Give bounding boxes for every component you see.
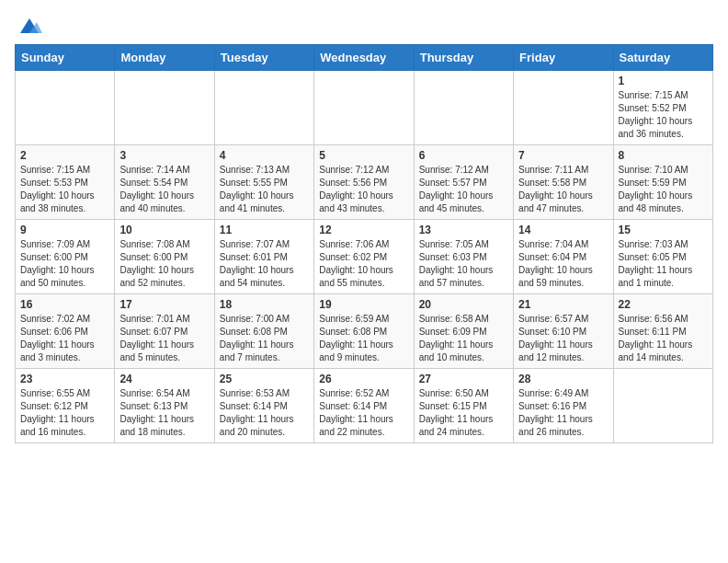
calendar-day-cell: 2Sunrise: 7:15 AM Sunset: 5:53 PM Daylig… xyxy=(16,145,115,220)
calendar-day-cell: 5Sunrise: 7:12 AM Sunset: 5:56 PM Daylig… xyxy=(314,145,414,220)
day-info: Sunrise: 6:57 AM Sunset: 6:10 PM Dayligh… xyxy=(518,313,608,364)
day-info: Sunrise: 6:50 AM Sunset: 6:15 PM Dayligh… xyxy=(419,387,508,439)
page-header xyxy=(15,15,713,33)
calendar-week-row: 23Sunrise: 6:55 AM Sunset: 6:12 PM Dayli… xyxy=(16,369,713,443)
calendar-day-cell: 7Sunrise: 7:11 AM Sunset: 5:58 PM Daylig… xyxy=(514,145,613,220)
day-info: Sunrise: 7:03 AM Sunset: 6:05 PM Dayligh… xyxy=(619,238,708,290)
day-info: Sunrise: 7:05 AM Sunset: 6:03 PM Dayligh… xyxy=(419,238,508,290)
day-number: 27 xyxy=(419,373,508,385)
calendar-day-cell: 4Sunrise: 7:13 AM Sunset: 5:55 PM Daylig… xyxy=(214,145,313,220)
day-of-week-header: Tuesday xyxy=(214,45,313,71)
day-info: Sunrise: 7:10 AM Sunset: 5:59 PM Dayligh… xyxy=(619,164,708,215)
day-number: 24 xyxy=(119,373,209,385)
day-info: Sunrise: 6:58 AM Sunset: 6:09 PM Dayligh… xyxy=(419,313,508,364)
calendar-day-cell xyxy=(514,71,613,145)
calendar-day-cell: 24Sunrise: 6:54 AM Sunset: 6:13 PM Dayli… xyxy=(115,369,214,443)
day-info: Sunrise: 7:14 AM Sunset: 5:54 PM Dayligh… xyxy=(119,164,209,215)
day-number: 9 xyxy=(20,224,109,236)
calendar-day-cell: 6Sunrise: 7:12 AM Sunset: 5:57 PM Daylig… xyxy=(414,145,513,220)
day-number: 28 xyxy=(518,373,608,385)
calendar-day-cell: 27Sunrise: 6:50 AM Sunset: 6:15 PM Dayli… xyxy=(414,369,513,443)
day-info: Sunrise: 6:59 AM Sunset: 6:08 PM Dayligh… xyxy=(319,313,408,364)
calendar-day-cell: 9Sunrise: 7:09 AM Sunset: 6:00 PM Daylig… xyxy=(16,220,115,294)
day-number: 8 xyxy=(619,149,708,162)
day-info: Sunrise: 6:54 AM Sunset: 6:13 PM Dayligh… xyxy=(119,387,209,439)
day-info: Sunrise: 7:02 AM Sunset: 6:06 PM Dayligh… xyxy=(20,313,109,364)
day-number: 14 xyxy=(518,224,608,236)
calendar-day-cell: 11Sunrise: 7:07 AM Sunset: 6:01 PM Dayli… xyxy=(214,220,313,294)
day-of-week-header: Thursday xyxy=(414,45,513,71)
day-info: Sunrise: 7:06 AM Sunset: 6:02 PM Dayligh… xyxy=(319,238,408,290)
day-info: Sunrise: 7:01 AM Sunset: 6:07 PM Dayligh… xyxy=(119,313,209,364)
day-info: Sunrise: 7:13 AM Sunset: 5:55 PM Dayligh… xyxy=(220,164,309,215)
calendar-day-cell: 20Sunrise: 6:58 AM Sunset: 6:09 PM Dayli… xyxy=(414,294,513,369)
calendar-day-cell: 28Sunrise: 6:49 AM Sunset: 6:16 PM Dayli… xyxy=(514,369,613,443)
calendar-day-cell: 21Sunrise: 6:57 AM Sunset: 6:10 PM Dayli… xyxy=(514,294,613,369)
day-info: Sunrise: 6:56 AM Sunset: 6:11 PM Dayligh… xyxy=(619,313,708,364)
calendar-day-cell xyxy=(414,71,513,145)
calendar-week-row: 9Sunrise: 7:09 AM Sunset: 6:00 PM Daylig… xyxy=(16,220,713,294)
day-info: Sunrise: 7:07 AM Sunset: 6:01 PM Dayligh… xyxy=(220,238,309,290)
day-info: Sunrise: 7:00 AM Sunset: 6:08 PM Dayligh… xyxy=(220,313,309,364)
calendar-day-cell: 18Sunrise: 7:00 AM Sunset: 6:08 PM Dayli… xyxy=(214,294,313,369)
calendar-day-cell xyxy=(16,71,115,145)
day-number: 10 xyxy=(119,224,209,236)
day-number: 7 xyxy=(518,149,608,162)
day-number: 25 xyxy=(220,373,309,385)
calendar-day-cell: 16Sunrise: 7:02 AM Sunset: 6:06 PM Dayli… xyxy=(16,294,115,369)
day-number: 17 xyxy=(119,298,209,311)
day-of-week-header: Wednesday xyxy=(314,45,414,71)
day-number: 13 xyxy=(419,224,508,236)
day-number: 1 xyxy=(619,75,708,87)
calendar-day-cell: 19Sunrise: 6:59 AM Sunset: 6:08 PM Dayli… xyxy=(314,294,414,369)
day-number: 11 xyxy=(220,224,309,236)
day-number: 20 xyxy=(419,298,508,311)
day-of-week-header: Monday xyxy=(115,45,214,71)
day-number: 23 xyxy=(20,373,109,385)
calendar-day-cell xyxy=(214,71,313,145)
day-of-week-header: Friday xyxy=(514,45,613,71)
calendar-day-cell: 8Sunrise: 7:10 AM Sunset: 5:59 PM Daylig… xyxy=(613,145,712,220)
calendar-day-cell: 3Sunrise: 7:14 AM Sunset: 5:54 PM Daylig… xyxy=(115,145,214,220)
day-number: 2 xyxy=(20,149,109,162)
day-number: 21 xyxy=(518,298,608,311)
calendar-day-cell: 23Sunrise: 6:55 AM Sunset: 6:12 PM Dayli… xyxy=(16,369,115,443)
calendar-day-cell: 26Sunrise: 6:52 AM Sunset: 6:14 PM Dayli… xyxy=(314,369,414,443)
day-number: 26 xyxy=(319,373,408,385)
day-info: Sunrise: 7:11 AM Sunset: 5:58 PM Dayligh… xyxy=(518,164,608,215)
calendar-header-row: SundayMondayTuesdayWednesdayThursdayFrid… xyxy=(16,45,713,71)
day-number: 5 xyxy=(319,149,408,162)
calendar-day-cell xyxy=(314,71,414,145)
calendar-day-cell: 14Sunrise: 7:04 AM Sunset: 6:04 PM Dayli… xyxy=(514,220,613,294)
logo xyxy=(15,15,42,33)
day-number: 16 xyxy=(20,298,109,311)
day-info: Sunrise: 6:52 AM Sunset: 6:14 PM Dayligh… xyxy=(319,387,408,439)
day-number: 4 xyxy=(220,149,309,162)
calendar-table: SundayMondayTuesdayWednesdayThursdayFrid… xyxy=(15,44,713,443)
day-info: Sunrise: 7:12 AM Sunset: 5:56 PM Dayligh… xyxy=(319,164,408,215)
logo-icon xyxy=(17,15,42,37)
day-info: Sunrise: 7:12 AM Sunset: 5:57 PM Dayligh… xyxy=(419,164,508,215)
day-number: 6 xyxy=(419,149,508,162)
calendar-day-cell xyxy=(613,369,712,443)
day-info: Sunrise: 7:15 AM Sunset: 5:53 PM Dayligh… xyxy=(20,164,109,215)
day-info: Sunrise: 7:15 AM Sunset: 5:52 PM Dayligh… xyxy=(619,89,708,141)
calendar-day-cell: 1Sunrise: 7:15 AM Sunset: 5:52 PM Daylig… xyxy=(613,71,712,145)
calendar-week-row: 2Sunrise: 7:15 AM Sunset: 5:53 PM Daylig… xyxy=(16,145,713,220)
day-of-week-header: Sunday xyxy=(16,45,115,71)
day-info: Sunrise: 7:08 AM Sunset: 6:00 PM Dayligh… xyxy=(119,238,209,290)
day-number: 3 xyxy=(119,149,209,162)
day-number: 15 xyxy=(619,224,708,236)
day-number: 22 xyxy=(619,298,708,311)
day-number: 18 xyxy=(220,298,309,311)
calendar-day-cell: 25Sunrise: 6:53 AM Sunset: 6:14 PM Dayli… xyxy=(214,369,313,443)
calendar-week-row: 16Sunrise: 7:02 AM Sunset: 6:06 PM Dayli… xyxy=(16,294,713,369)
calendar-day-cell xyxy=(115,71,214,145)
calendar-day-cell: 12Sunrise: 7:06 AM Sunset: 6:02 PM Dayli… xyxy=(314,220,414,294)
day-info: Sunrise: 7:04 AM Sunset: 6:04 PM Dayligh… xyxy=(518,238,608,290)
calendar-day-cell: 15Sunrise: 7:03 AM Sunset: 6:05 PM Dayli… xyxy=(613,220,712,294)
day-info: Sunrise: 7:09 AM Sunset: 6:00 PM Dayligh… xyxy=(20,238,109,290)
calendar-day-cell: 10Sunrise: 7:08 AM Sunset: 6:00 PM Dayli… xyxy=(115,220,214,294)
day-number: 19 xyxy=(319,298,408,311)
day-info: Sunrise: 6:53 AM Sunset: 6:14 PM Dayligh… xyxy=(220,387,309,439)
